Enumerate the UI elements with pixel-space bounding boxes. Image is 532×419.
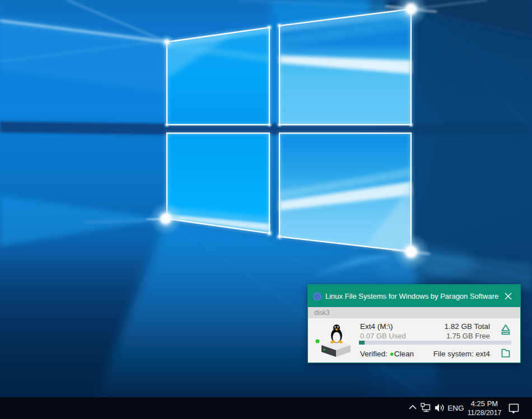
- svg-text:4:25 PM: 4:25 PM: [471, 399, 498, 408]
- svg-text:File system: ext4: File system: ext4: [433, 350, 491, 358]
- svg-text:1.75 GB Free: 1.75 GB Free: [446, 332, 490, 340]
- svg-text:1.82 GB Total: 1.82 GB Total: [444, 322, 490, 331]
- svg-text:ENG: ENG: [447, 404, 464, 412]
- svg-text:Verified: ●Clean: Verified: ●Clean: [360, 350, 414, 358]
- svg-text:11/28/2017: 11/28/2017: [468, 409, 502, 417]
- svg-text:0.07 GB Used: 0.07 GB Used: [360, 332, 406, 340]
- svg-text:Ext4 (M:\): Ext4 (M:\): [360, 322, 393, 331]
